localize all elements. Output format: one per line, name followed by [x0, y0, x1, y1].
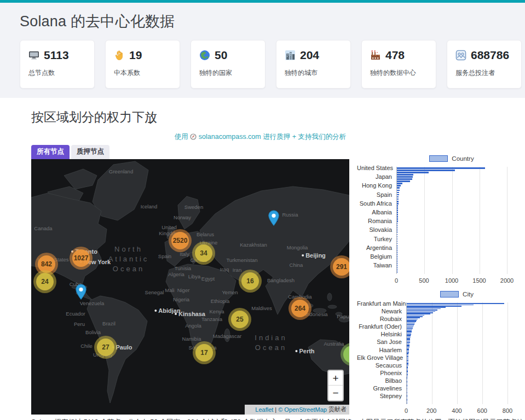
bar: [407, 359, 408, 360]
bar: [407, 317, 420, 318]
map-attribution: Leaflet | © OpenStreetMap 贡献者: [245, 405, 349, 415]
bar: [407, 337, 411, 338]
osm-link[interactable]: © OpenStreetMap: [278, 406, 327, 413]
bar: [397, 194, 399, 196]
bar: [397, 196, 399, 198]
city-chart-legend: City: [406, 290, 507, 299]
stat-card-cities: 204 独特的城市: [276, 40, 351, 89]
stat-value: 688786: [471, 49, 509, 62]
bar: [407, 329, 412, 330]
stat-card-datacenters: 478 独特的数据中心: [361, 40, 436, 89]
x-axis-tick: 800: [503, 407, 512, 414]
cluster-marker[interactable]: 264: [289, 297, 311, 320]
cluster-marker[interactable]: 34: [192, 242, 215, 265]
bar: [397, 209, 398, 211]
legend-label: Country: [452, 155, 474, 162]
world-map[interactable]: NorthAtlanticOceanIndianOceanGreenlandIc…: [31, 159, 349, 415]
stat-label: 总节点数: [28, 68, 86, 78]
bar: [407, 360, 408, 361]
bar: [397, 236, 397, 238]
cluster-marker[interactable]: 27: [94, 336, 117, 359]
promo-middle: 进行质押 +: [263, 133, 296, 141]
y-axis-label: Bilbao: [357, 377, 402, 384]
cluster-marker[interactable]: 2520: [169, 229, 192, 252]
bar: [397, 187, 400, 189]
section-title: 按区域划分的权力下放: [31, 109, 525, 126]
y-axis-label: Secaucus: [357, 362, 402, 369]
bar: [407, 308, 441, 310]
x-axis-tick: 600: [477, 407, 487, 414]
cluster-marker[interactable]: 24: [33, 270, 56, 293]
bar: [407, 365, 408, 366]
bar: [407, 339, 410, 340]
bar: [407, 346, 409, 347]
bar: [407, 321, 416, 322]
map-pin[interactable]: [75, 284, 87, 302]
y-axis-label: Albania: [357, 209, 392, 215]
stat-value: 19: [129, 49, 142, 62]
bar: [407, 352, 409, 353]
y-axis-label: South Africa: [357, 200, 392, 207]
tab-all-nodes[interactable]: 所有节点: [31, 145, 70, 159]
cluster-marker[interactable]: 16: [239, 270, 262, 293]
bar: [397, 223, 397, 224]
stat-label: 中本系数: [114, 68, 171, 78]
bar: [397, 249, 397, 251]
bar: [397, 243, 397, 244]
y-axis-label: Romania: [357, 218, 392, 224]
cluster-marker[interactable]: 17: [193, 341, 216, 364]
y-axis-label: Hong Kong: [357, 182, 392, 189]
cluster-marker[interactable]: 291: [330, 255, 349, 278]
leaflet-link[interactable]: Leaflet: [255, 406, 273, 413]
bar: [407, 311, 435, 312]
bar: [397, 216, 398, 218]
bar: [397, 245, 397, 247]
support-analysis-link[interactable]: 支持我们的分析: [298, 133, 347, 141]
country-chart-legend: Country: [396, 154, 507, 163]
cluster-marker[interactable]: 1027: [70, 247, 93, 270]
bar: [407, 343, 409, 345]
x-axis-tick: 2000: [500, 277, 514, 284]
y-axis-label: Taiwan: [357, 262, 392, 269]
solanacompass-link[interactable]: solanacompass.com: [199, 133, 261, 141]
y-axis-label: Roubaix: [357, 316, 402, 322]
bar: [407, 382, 407, 383]
x-axis-tick: 200: [426, 407, 436, 414]
bar: [407, 323, 415, 324]
bar: [407, 377, 407, 378]
bar: [407, 312, 433, 313]
bar: [407, 305, 474, 306]
bar: [407, 335, 411, 336]
y-axis-label: Gravelines: [357, 385, 402, 392]
globe-icon: [199, 50, 210, 61]
bar: [407, 324, 414, 325]
y-axis-label: Stepney: [357, 393, 402, 399]
bar: [397, 174, 413, 176]
tab-staked-nodes[interactable]: 质押节点: [71, 145, 109, 159]
zoom-out-button[interactable]: −: [328, 386, 343, 400]
bar: [407, 325, 414, 326]
bar: [407, 326, 413, 328]
y-axis-label: Elk Grove Village: [357, 354, 402, 361]
bar: [397, 180, 410, 182]
map-pin[interactable]: [268, 210, 280, 229]
stats-row: 5113 总节点数 19 中本系数 50 独特的国家 204 独特的城市: [20, 40, 522, 89]
bar: [407, 390, 407, 391]
stat-label: 独特的城市: [285, 68, 342, 78]
legend-label: City: [463, 291, 474, 298]
bar: [407, 380, 407, 381]
cluster-count: 17: [195, 344, 213, 361]
bar: [407, 371, 408, 372]
bar: [397, 201, 399, 202]
bar: [397, 256, 397, 258]
zoom-in-button[interactable]: +: [328, 371, 343, 386]
y-axis-label: San Jose: [357, 339, 402, 345]
x-axis-tick: 500: [419, 277, 429, 284]
bar: [397, 192, 399, 194]
cluster-count: [343, 346, 349, 363]
x-axis-tick: 0: [405, 407, 408, 414]
bar: [397, 170, 455, 171]
cluster-count: 291: [333, 258, 349, 276]
promo-prefix: 使用: [175, 133, 188, 141]
cluster-marker[interactable]: 25: [228, 308, 251, 331]
